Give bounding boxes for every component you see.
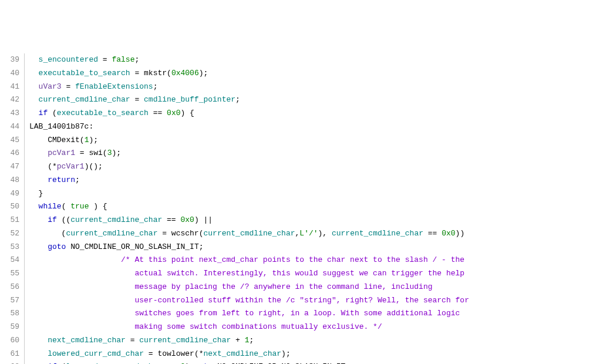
code-token: = — [130, 95, 144, 104]
code-token: false — [112, 55, 134, 64]
line-number: 53 — [0, 241, 19, 254]
code-token: pcVar1 — [48, 149, 75, 157]
code-token — [29, 322, 134, 331]
code-token: next_cmdline_char — [203, 349, 281, 358]
code-token: 0x4006 — [171, 69, 199, 77]
code-token — [29, 82, 39, 91]
code-token: ); — [89, 136, 98, 144]
code-token — [29, 109, 39, 117]
code-token: pcVar1 — [57, 162, 85, 171]
code-token: = — [126, 336, 139, 345]
code-token: return — [48, 176, 75, 184]
code-token: switches goes from left to right, in a l… — [134, 309, 460, 318]
code-token: mkstr — [144, 69, 167, 77]
code-token: 0x0 — [167, 109, 180, 117]
code-line[interactable]: (*pcVar1)(); — [29, 160, 469, 174]
line-number-gutter: 3940414243444546474849505152535455565758… — [0, 53, 25, 364]
code-token — [29, 136, 48, 144]
line-number: 55 — [0, 267, 19, 281]
code-line[interactable]: return; — [29, 174, 469, 187]
line-number: 50 — [0, 200, 19, 214]
code-token — [29, 55, 39, 64]
code-line[interactable]: (current_cmdline_char = wcschr(current_c… — [29, 227, 469, 241]
code-line[interactable]: /* At this point next_cmd_char points to… — [29, 254, 469, 267]
code-token: towlower — [157, 349, 194, 358]
code-token: NO_CMDLINE_OR_NO_SLASH_IN_IT — [70, 242, 198, 251]
code-line[interactable]: user-controlled stuff within the /c "str… — [29, 294, 469, 308]
code-line[interactable]: message by placing the /? anywhere in th… — [29, 281, 469, 294]
code-token: ); — [112, 149, 121, 157]
line-number: 60 — [0, 334, 19, 348]
code-token: current_cmdline_char — [203, 229, 295, 238]
code-token — [29, 202, 39, 211]
code-line[interactable]: actual switch. Interestingly, this would… — [29, 267, 469, 281]
code-token: executable_to_search — [39, 69, 130, 77]
code-token: ( — [48, 109, 57, 117]
code-line[interactable]: next_cmdline_char = current_cmdline_char… — [29, 334, 469, 348]
code-token: s_encountered — [39, 55, 98, 64]
line-number: 58 — [0, 307, 19, 321]
code-line[interactable]: } — [29, 187, 469, 201]
code-line[interactable]: s_encountered = false; — [29, 53, 469, 67]
code-line[interactable]: executable_to_search = mkstr(0x4006); — [29, 67, 469, 80]
code-token: /* At this point next_cmd_char points to… — [121, 255, 464, 264]
line-number: 47 — [0, 160, 19, 174]
code-token — [29, 176, 48, 184]
line-number: 46 — [0, 147, 19, 160]
code-token: current_cmdline_char — [66, 229, 157, 238]
code-token: ), — [318, 229, 332, 238]
code-token: if — [48, 215, 57, 224]
code-line[interactable]: current_cmdline_char = cmdline_buff_poin… — [29, 93, 469, 107]
line-number: 61 — [0, 348, 19, 361]
code-token: = — [144, 349, 157, 358]
code-area[interactable]: s_encountered = false; executable_to_sea… — [25, 53, 469, 364]
code-line[interactable]: if (lowered_curr_cmd_char == 0) goto NO_… — [29, 360, 469, 364]
code-token: 0x0 — [180, 215, 194, 224]
code-token — [29, 149, 48, 157]
code-token: 1 — [245, 336, 250, 345]
code-line[interactable]: if (executable_to_search == 0x0) { — [29, 107, 469, 120]
line-number: 39 — [0, 53, 19, 67]
code-token: ( — [29, 229, 66, 238]
code-token — [29, 349, 48, 358]
code-token: ( — [62, 202, 71, 211]
line-number: 59 — [0, 321, 19, 334]
code-token: (* — [194, 349, 204, 358]
code-token: ; — [250, 336, 254, 345]
code-token: ( — [103, 149, 107, 157]
code-token: (* — [29, 162, 57, 171]
code-token — [29, 269, 134, 278]
code-line[interactable]: LAB_14001b87c: — [29, 120, 469, 134]
line-number: 56 — [0, 281, 19, 294]
code-token: == — [423, 229, 442, 238]
code-token: ; — [235, 95, 240, 104]
code-token: cmdline_buff_pointer — [144, 95, 235, 104]
code-token — [29, 242, 48, 251]
code-token — [29, 95, 39, 104]
code-line[interactable]: pcVar1 = swi(3); — [29, 147, 469, 160]
code-token: ; — [153, 82, 158, 91]
code-token: = — [130, 69, 144, 77]
code-line[interactable]: uVar3 = fEnableExtensions; — [29, 80, 469, 94]
line-number: 41 — [0, 80, 19, 94]
code-token: LAB_14001b87c — [29, 122, 89, 131]
code-token: ( — [167, 69, 171, 77]
code-token: ; — [199, 242, 204, 251]
code-line[interactable]: making some switch combinations mutually… — [29, 321, 469, 334]
code-line[interactable]: if ((current_cmdline_char == 0x0) || — [29, 214, 469, 227]
code-token: == — [149, 109, 167, 117]
code-token: (( — [57, 215, 70, 224]
code-token: lowered_curr_cmd_char — [48, 349, 144, 358]
code-line[interactable]: switches goes from left to right, in a l… — [29, 307, 469, 321]
code-token: )(); — [85, 162, 103, 171]
code-line[interactable]: while( true ) { — [29, 200, 469, 214]
code-line[interactable]: CMDexit(1); — [29, 134, 469, 147]
line-number: 40 — [0, 67, 19, 80]
code-token: L'/' — [299, 229, 318, 238]
code-token: goto — [48, 242, 66, 251]
line-number: 51 — [0, 214, 19, 227]
code-line[interactable]: goto NO_CMDLINE_OR_NO_SLASH_IN_IT; — [29, 241, 469, 254]
code-line[interactable]: lowered_curr_cmd_char = towlower(*next_c… — [29, 348, 469, 361]
code-token — [29, 255, 121, 264]
code-token: ; — [75, 176, 80, 184]
